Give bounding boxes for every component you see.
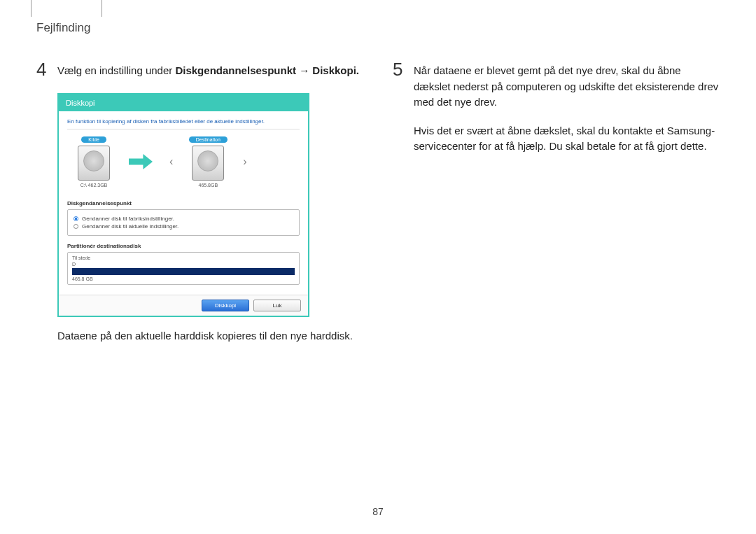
diskkopi-button[interactable]: Diskkopi <box>202 300 249 311</box>
left-column: 4 Vælg en indstilling under Diskgendanne… <box>36 60 363 344</box>
source-badge: Kilde <box>81 136 106 143</box>
diskkopi-dialog: Diskkopi En funktion til kopiering af di… <box>57 93 309 317</box>
hdd-icon <box>78 146 110 181</box>
step-followup: Hvis det er svært at åbne dækslet, skal … <box>414 123 720 155</box>
radio-current-label: Gendanner disk til aktuelle indstillinge… <box>82 223 178 230</box>
chevron-right-icon[interactable]: › <box>243 155 246 168</box>
dialog-body: En funktion til kopiering af disken fra … <box>59 111 308 295</box>
radio-factory-label: Gendanner disk til fabriksindstillinger. <box>82 216 174 222</box>
content-area: 4 Vælg en indstilling under Diskgendanne… <box>36 60 720 344</box>
radio-on-icon <box>74 216 78 221</box>
partition-letter: D <box>72 262 295 267</box>
destination-drive: Destination 465.8GB <box>186 136 230 188</box>
step-number: 5 <box>393 60 405 111</box>
step-4: 4 Vælg en indstilling under Diskgendanne… <box>36 60 363 79</box>
header-rule <box>31 0 102 17</box>
radio-current[interactable]: Gendanner disk til aktuelle indstillinge… <box>74 223 293 230</box>
close-button[interactable]: Luk <box>253 300 301 311</box>
destination-badge: Destination <box>189 136 227 143</box>
page-number: 87 <box>372 506 384 517</box>
partition-section-label: Partitionér destinationsdisk <box>67 243 300 249</box>
step-text-bold: Diskgendannelsespunkt → Diskkopi. <box>175 64 359 76</box>
step-text-prefix: Vælg en indstilling under <box>57 64 175 76</box>
dialog-title: Diskkopi <box>59 94 308 111</box>
arrow-right-icon <box>129 154 153 169</box>
step-caption: Dataene på den aktuelle harddisk kopiere… <box>57 328 363 344</box>
partition-size: 465.8 GB <box>72 276 295 281</box>
chevron-left-icon[interactable]: ‹ <box>169 155 173 168</box>
recovery-options: Gendanner disk til fabriksindstillinger.… <box>67 209 300 236</box>
page-section-title: Fejlfinding <box>36 21 91 35</box>
recovery-section-label: Diskgendannelsespunkt <box>67 200 300 206</box>
step-instruction: Når dataene er blevet gemt på det nye dr… <box>414 60 720 111</box>
hdd-icon <box>192 146 224 181</box>
destination-nav: ‹ <box>169 155 173 168</box>
radio-off-icon <box>74 224 78 229</box>
step-instruction: Vælg en indstilling under Diskgendannels… <box>57 60 359 79</box>
source-drive: Kilde C:\ 462.3GB <box>71 136 116 188</box>
drive-row: Kilde C:\ 462.3GB ‹ Destination 465.8GB … <box>67 136 300 195</box>
step-5: 5 Når dataene er blevet gemt på det nye … <box>393 60 720 111</box>
destination-label: 465.8GB <box>186 183 230 188</box>
source-label: C:\ 462.3GB <box>71 183 116 188</box>
dialog-footer: Diskkopi Luk <box>59 295 308 316</box>
partition-status: Til stede <box>72 255 295 260</box>
partition-bar <box>72 268 295 275</box>
right-column: 5 Når dataene er blevet gemt på det nye … <box>393 60 720 344</box>
dialog-description: En funktion til kopiering af disken fra … <box>67 118 300 129</box>
partition-box: Til stede D 465.8 GB <box>67 252 300 285</box>
radio-factory[interactable]: Gendanner disk til fabriksindstillinger. <box>74 216 293 222</box>
step-number: 4 <box>36 60 49 79</box>
